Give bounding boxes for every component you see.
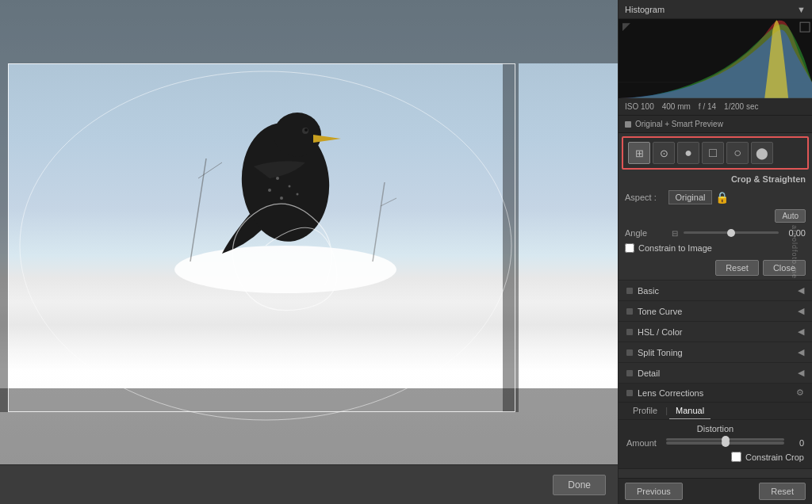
manual-tab[interactable]: Manual xyxy=(669,403,710,419)
angle-icon: ⊟ xyxy=(672,229,678,238)
histogram-dropdown-icon[interactable]: ▼ xyxy=(797,5,806,14)
aspect-row: Aspect : Original 🔒 xyxy=(625,187,806,208)
spot-removal-button[interactable]: ⊙ xyxy=(653,142,675,164)
tone-curve-chevron-icon: ◀ xyxy=(798,306,804,316)
lens-corrections-section: Lens Corrections ⚙ Profile | Manual Dist… xyxy=(619,384,812,469)
auto-button[interactable]: Auto xyxy=(775,209,806,223)
hsl-toggle-icon xyxy=(626,329,633,335)
basic-chevron-icon: ◀ xyxy=(798,285,804,296)
image-container xyxy=(0,0,618,464)
hsl-label: HSL / Color xyxy=(638,327,682,337)
red-eye-icon: ● xyxy=(684,146,692,160)
crop-section: Aspect : Original 🔒 Auto Angle ⊟ 0,00 Co… xyxy=(619,187,812,256)
iso-value: ISO 100 xyxy=(625,102,654,111)
split-toning-chevron-icon: ◀ xyxy=(798,347,804,357)
split-toning-toggle-icon xyxy=(626,349,633,356)
basic-toggle-icon xyxy=(626,288,633,294)
bottom-actions: Previous Reset xyxy=(619,478,812,504)
lens-corrections-label: Lens Corrections xyxy=(638,388,703,398)
tool-label-text: Crop & Straighten xyxy=(731,174,806,184)
aspect-dropdown[interactable]: Original xyxy=(668,190,712,204)
spot-removal-icon: ⊙ xyxy=(660,147,668,159)
constrain-label: Constrain to Image xyxy=(638,243,712,253)
hsl-chevron-icon: ◀ xyxy=(798,326,804,337)
distortion-amount-row: Amount 0 xyxy=(626,437,804,449)
radial-filter-button[interactable]: ○ xyxy=(726,142,749,164)
profile-tab[interactable]: Profile xyxy=(626,403,664,419)
angle-row: Angle ⊟ 0,00 xyxy=(625,226,806,240)
graduated-filter-icon: □ xyxy=(709,146,717,160)
bottom-bar: Done xyxy=(0,464,618,504)
red-eye-button[interactable]: ● xyxy=(677,142,699,164)
histogram-info: ISO 100 400 mm f / 14 1/200 sec xyxy=(619,98,812,116)
histogram-title: Histogram xyxy=(625,5,665,14)
crop-overlay[interactable] xyxy=(8,63,515,412)
panel-basic[interactable]: Basic ◀ xyxy=(619,281,812,301)
crop-tool-button[interactable]: ⊞ xyxy=(628,142,650,164)
right-panel: Histogram ▼ ISO 100 400 mm f / 14 1/200 … xyxy=(618,0,812,504)
amount-label: Amount xyxy=(626,438,662,448)
lens-options-icon[interactable]: ⚙ xyxy=(796,388,804,398)
distortion-slider-container xyxy=(666,441,784,445)
preview-label: Original + Smart Preview xyxy=(635,120,723,128)
done-button[interactable]: Done xyxy=(553,475,606,495)
split-toning-label: Split Toning xyxy=(638,348,683,357)
profile-manual-tabs: Profile | Manual xyxy=(619,403,812,420)
reset-button[interactable]: Reset xyxy=(715,260,759,276)
panel-split-toning[interactable]: Split Toning ◀ xyxy=(619,342,812,363)
close-button[interactable]: Close xyxy=(763,260,806,276)
constrain-crop-label: Constrain Crop xyxy=(745,452,804,462)
detail-toggle-icon xyxy=(626,370,633,376)
panel-detail[interactable]: Detail ◀ xyxy=(619,363,812,384)
tone-curve-label: Tone Curve xyxy=(638,307,682,316)
constrain-checkbox[interactable] xyxy=(625,243,634,253)
graduated-filter-button[interactable]: □ xyxy=(702,142,724,164)
panel-hsl-color[interactable]: HSL / Color ◀ xyxy=(619,322,812,342)
constrain-row: Constrain to Image xyxy=(625,240,806,256)
distortion-title: Distortion xyxy=(626,424,804,433)
crop-darken-top xyxy=(0,0,618,63)
tool-label: Crop & Straighten xyxy=(619,173,812,187)
lens-corrections-header[interactable]: Lens Corrections ⚙ xyxy=(619,384,812,403)
focal-length: 400 mm xyxy=(662,102,691,111)
radial-filter-icon: ○ xyxy=(733,146,741,160)
adjustment-brush-icon: ⬤ xyxy=(756,147,768,159)
detail-chevron-icon: ◀ xyxy=(798,368,804,378)
distortion-section: Distortion Amount 0 Constrain Crop xyxy=(619,420,812,469)
preview-dot-icon xyxy=(625,121,631,128)
constrain-crop-checkbox[interactable] xyxy=(731,452,741,462)
histogram-area xyxy=(619,19,812,98)
histogram-chart xyxy=(619,19,812,98)
panel-tone-curve[interactable]: Tone Curve ◀ xyxy=(619,301,812,322)
basic-label: Basic xyxy=(638,286,659,296)
tab-divider: | xyxy=(664,403,669,419)
aspect-selector: Original 🔒 xyxy=(668,190,806,204)
crop-tool-icon: ⊞ xyxy=(635,147,644,159)
lock-icon[interactable]: 🔒 xyxy=(715,191,729,204)
aperture-value: f / 14 xyxy=(699,102,716,111)
watermark: arnoldfoto.me xyxy=(791,225,799,279)
tone-curve-toggle-icon xyxy=(626,308,633,315)
crop-button-row: Reset Close xyxy=(619,256,812,281)
lens-toggle-icon xyxy=(626,390,633,396)
preview-badge: Original + Smart Preview xyxy=(619,116,812,133)
tools-row: ⊞ ⊙ ● □ ○ ⬤ xyxy=(622,136,809,170)
bottom-reset-button[interactable]: Reset xyxy=(759,483,806,500)
adjustment-brush-button[interactable]: ⬤ xyxy=(751,142,773,164)
previous-button[interactable]: Previous xyxy=(625,483,683,500)
crop-darken-left xyxy=(0,63,8,412)
angle-label: Angle xyxy=(625,228,668,238)
aspect-label: Aspect : xyxy=(625,193,668,202)
detail-label: Detail xyxy=(638,368,660,378)
distortion-thumb xyxy=(722,439,730,447)
image-panel: Done xyxy=(0,0,618,504)
distortion-value: 0 xyxy=(788,438,804,448)
angle-slider[interactable] xyxy=(684,231,779,234)
constrain-crop-row: Constrain Crop xyxy=(626,449,804,464)
shutter-value: 1/200 sec xyxy=(724,102,758,111)
histogram-header: Histogram ▼ xyxy=(619,0,812,19)
